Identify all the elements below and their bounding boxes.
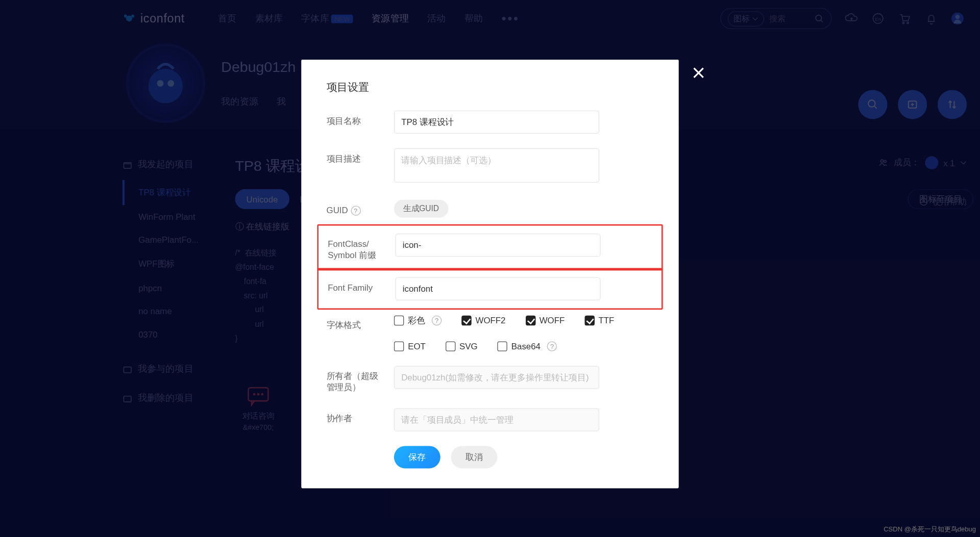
checkbox-icon [394, 316, 404, 325]
checkbox-icon [394, 341, 404, 351]
highlight-prefix: FontClass/ Symbol 前缀 [317, 224, 663, 271]
checkbox-label: Base64 [511, 341, 541, 351]
label-owner: 所有者（超级管理员） [327, 366, 381, 393]
label-formats: 字体格式 [327, 315, 381, 331]
checkbox-label: WOFF [540, 316, 565, 325]
checkbox-label: SVG [459, 341, 478, 351]
format-checkbox-base64[interactable]: Base64? [498, 341, 557, 351]
help-icon[interactable]: ? [351, 206, 360, 215]
generate-guid-button[interactable]: 生成GUID [394, 200, 448, 218]
owner-input [394, 366, 599, 389]
checkbox-icon [461, 316, 471, 325]
checkbox-icon [525, 316, 535, 325]
watermark: CSDN @杀死一只知更鸟debug [884, 525, 976, 534]
prefix-input[interactable] [395, 234, 600, 257]
label-guid: GUID? [327, 200, 381, 216]
close-button[interactable] [691, 65, 706, 81]
checkbox-label: WOFF2 [475, 316, 505, 325]
checkbox-label: 彩色 [408, 315, 425, 326]
format-checkbox-eot[interactable]: EOT [394, 341, 426, 351]
font-family-input[interactable] [395, 277, 600, 300]
project-name-input[interactable] [394, 111, 599, 134]
project-settings-modal: 项目设置 项目名称 项目描述 GUID? 生成GUID FontClass/ S… [301, 60, 678, 488]
label-project-desc: 项目描述 [327, 148, 381, 165]
modal-title: 项目设置 [327, 81, 654, 94]
save-button[interactable]: 保存 [394, 446, 440, 468]
format-checkbox-woff2[interactable]: WOFF2 [461, 315, 505, 326]
format-checkbox-woff[interactable]: WOFF [525, 315, 565, 326]
label-family: Font Family [328, 277, 382, 293]
project-desc-input[interactable] [394, 148, 599, 183]
label-prefix: FontClass/ Symbol 前缀 [328, 234, 382, 261]
modal-wrap: 项目设置 项目名称 项目描述 GUID? 生成GUID FontClass/ S… [0, 0, 980, 537]
checkbox-icon [446, 341, 455, 351]
format-checkbox-row: 彩色?WOFF2WOFFTTFEOTSVGBase64? [394, 315, 654, 351]
close-icon [691, 65, 706, 81]
checkbox-icon [498, 341, 507, 351]
label-project-name: 项目名称 [327, 111, 381, 127]
format-checkbox-svg[interactable]: SVG [446, 341, 478, 351]
cancel-button[interactable]: 取消 [451, 446, 497, 468]
checkbox-icon [584, 316, 594, 325]
help-icon[interactable]: ? [547, 341, 557, 351]
checkbox-label: EOT [408, 341, 426, 351]
collaborator-input [394, 408, 599, 431]
help-icon[interactable]: ? [432, 316, 442, 325]
label-collab: 协作者 [327, 408, 381, 424]
format-checkbox-ttf[interactable]: TTF [584, 315, 614, 326]
checkbox-label: TTF [598, 316, 614, 325]
highlight-family: Font Family [317, 268, 663, 310]
format-checkbox-彩色[interactable]: 彩色? [394, 315, 442, 326]
